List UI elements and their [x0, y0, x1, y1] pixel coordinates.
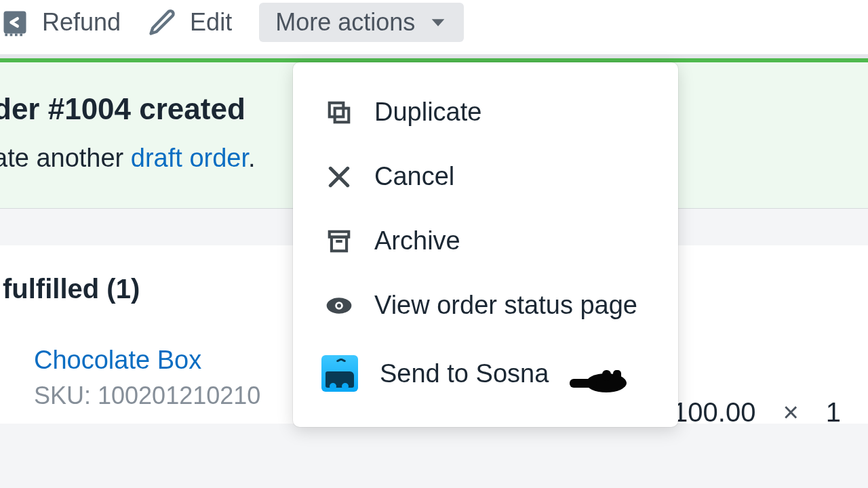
svg-point-8 — [337, 304, 341, 308]
menu-send-sosna-label: Send to Sosna — [380, 359, 549, 388]
pointer-annotation-icon — [564, 366, 632, 400]
refund-label: Refund — [42, 8, 121, 37]
qty-times: × — [783, 397, 798, 428]
menu-cancel-label: Cancel — [374, 162, 454, 191]
section-heading: fulfilled (1) — [3, 274, 140, 304]
eye-icon — [326, 292, 353, 319]
svg-rect-12 — [613, 370, 621, 380]
caret-down-icon — [429, 13, 448, 32]
svg-rect-10 — [570, 379, 597, 388]
more-actions-button[interactable]: More actions — [259, 3, 464, 42]
duplicate-icon — [326, 99, 353, 126]
refund-button[interactable]: Refund — [0, 7, 121, 37]
menu-archive[interactable]: Archive — [293, 209, 678, 273]
svg-rect-0 — [4, 12, 26, 34]
menu-view-status-label: View order status page — [374, 291, 637, 320]
line-item-price: $100.00 × 1 — [658, 397, 841, 428]
svg-rect-4 — [332, 237, 347, 251]
edit-label: Edit — [190, 8, 232, 37]
more-actions-label: More actions — [275, 8, 415, 37]
x-icon — [326, 163, 353, 190]
draft-order-link[interactable]: draft order — [131, 144, 248, 172]
edit-button[interactable]: Edit — [148, 7, 232, 37]
pencil-icon — [148, 7, 178, 37]
archive-icon — [326, 228, 353, 255]
sosna-app-icon — [321, 355, 358, 392]
menu-duplicate[interactable]: Duplicate — [293, 80, 678, 144]
svg-rect-11 — [602, 370, 611, 381]
menu-archive-label: Archive — [374, 226, 460, 256]
menu-view-status[interactable]: View order status page — [293, 273, 678, 338]
qty: 1 — [826, 397, 841, 428]
svg-rect-2 — [330, 102, 344, 117]
menu-cancel[interactable]: Cancel — [293, 144, 678, 209]
refund-icon — [0, 7, 30, 37]
svg-rect-1 — [335, 108, 349, 122]
menu-duplicate-label: Duplicate — [374, 98, 481, 127]
order-toolbar: Refund Edit More actions — [0, 0, 868, 54]
